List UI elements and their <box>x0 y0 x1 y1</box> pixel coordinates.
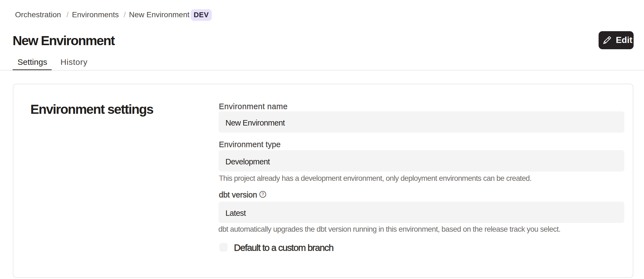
svg-text:?: ? <box>262 192 264 197</box>
